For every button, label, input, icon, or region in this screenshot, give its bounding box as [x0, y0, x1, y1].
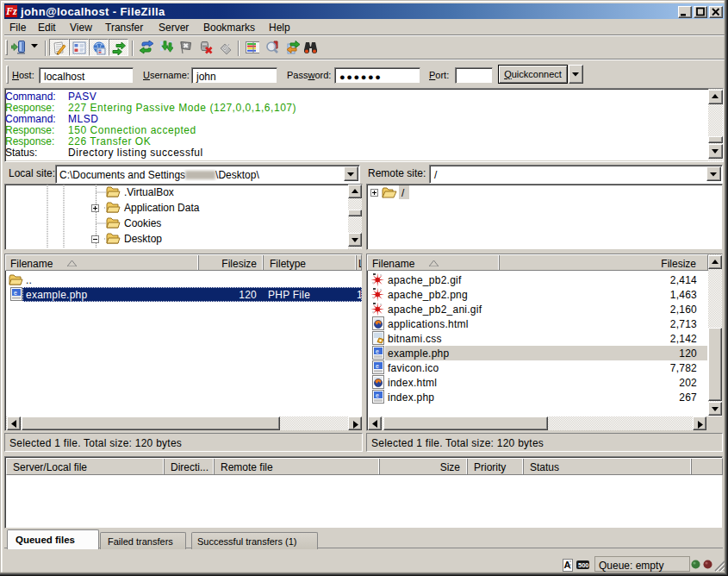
- svg-text:500: 500: [578, 561, 589, 569]
- svg-text:e: e: [376, 392, 379, 398]
- svg-text:A: A: [564, 560, 571, 570]
- svg-text:Fz: Fz: [5, 5, 17, 17]
- svg-text:e: e: [376, 363, 379, 369]
- svg-text:e: e: [376, 348, 379, 354]
- svg-text:e: e: [14, 290, 17, 296]
